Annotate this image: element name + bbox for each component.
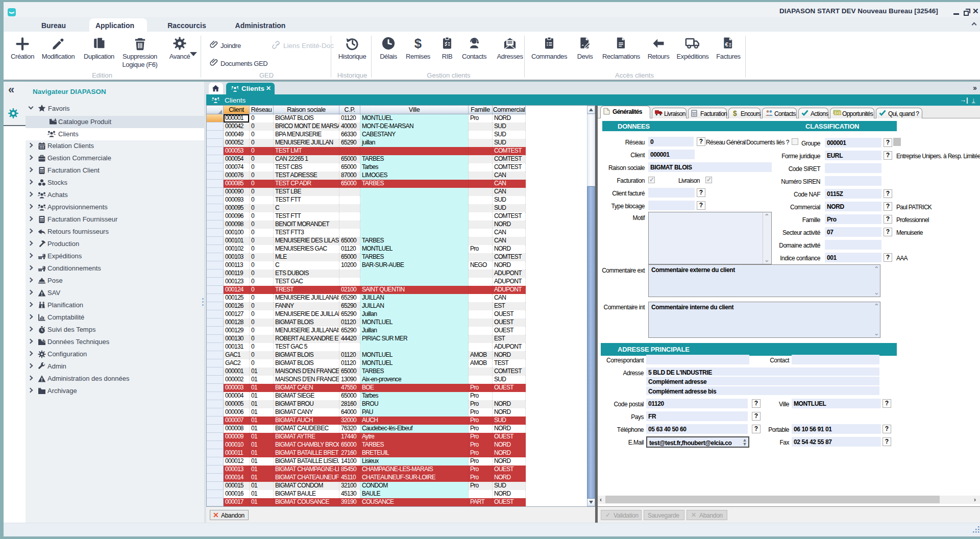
svg-text:€: €: [725, 41, 729, 47]
svg-text:$: $: [414, 36, 422, 51]
svg-text:$: $: [733, 110, 737, 117]
